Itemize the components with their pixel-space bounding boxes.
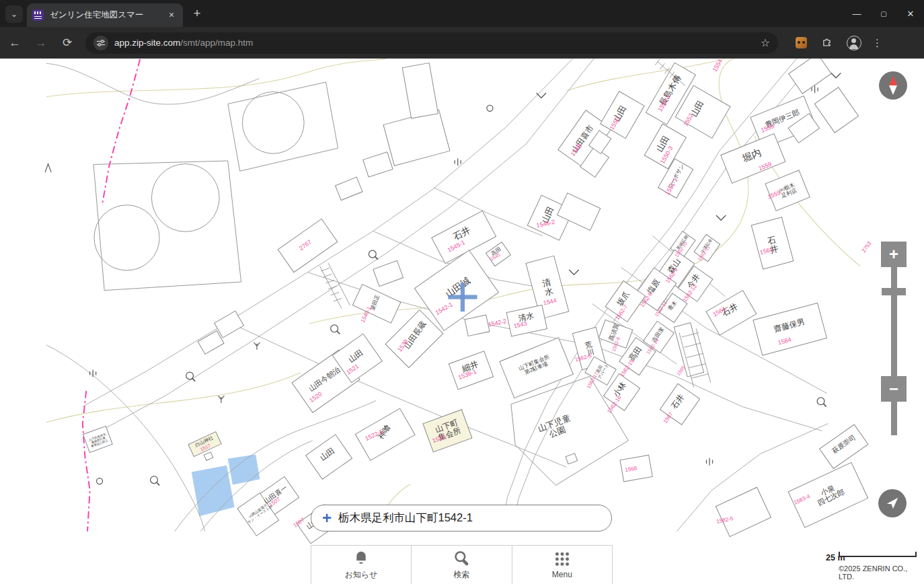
road-line: [46, 63, 260, 104]
tank-circle: [94, 205, 159, 270]
zoom-slider-handle[interactable]: [882, 288, 906, 295]
well-symbol-tail: [192, 378, 195, 381]
nav-item-search[interactable]: 検索: [412, 546, 512, 584]
map-copyright: ©2025 ZENRIN CO., LTD.: [839, 564, 924, 581]
new-tab-button[interactable]: +: [190, 7, 204, 22]
parcel-number-label: 1554: [711, 59, 724, 73]
contour-line: [567, 59, 724, 91]
nav-label-menu: Menu: [552, 570, 572, 579]
grass-symbol: [254, 342, 260, 350]
well-symbol-tail: [157, 482, 159, 485]
parcel-number-label: 1542-2: [488, 318, 507, 328]
chevron-symbol: [569, 270, 578, 275]
tab-strip: ⌄ ゼンリン住宅地図スマー × + — ▢ ✕: [0, 0, 924, 27]
bell-icon: [352, 550, 370, 567]
building: [336, 177, 362, 200]
building: [789, 59, 831, 94]
back-button[interactable]: ←: [3, 32, 26, 54]
chevron-symbol: [716, 215, 726, 220]
nav-label-notifications: お知らせ: [345, 569, 378, 581]
nav-item-notifications[interactable]: お知らせ: [311, 546, 412, 584]
map-center-marker: [461, 283, 465, 312]
building: [383, 110, 450, 166]
plus-icon: +: [322, 511, 332, 525]
site-info-icon[interactable]: [93, 36, 108, 50]
nav-item-menu[interactable]: Menu: [512, 546, 613, 584]
zoom-out-button[interactable]: −: [881, 376, 907, 402]
building: [363, 152, 393, 177]
search-icon: [453, 550, 470, 567]
url-text: app.zip-site.com/smt/app/map.htm: [114, 38, 253, 48]
admin-boundary-line: [102, 59, 141, 206]
menu-kebab-icon[interactable]: ⋮: [872, 37, 882, 49]
building: [204, 452, 213, 461]
zenrin-favicon-icon: [32, 9, 44, 21]
tank-circle: [151, 164, 219, 232]
address-bar[interactable]: app.zip-site.com/smt/app/map.htm ☆: [85, 32, 778, 54]
peak-symbol: [45, 164, 51, 173]
my-location-button[interactable]: [878, 489, 907, 517]
window-close-button[interactable]: ✕: [897, 0, 924, 27]
well-symbol-tail: [375, 256, 377, 259]
chevron-symbol: [831, 73, 841, 78]
chevron-symbol: [537, 93, 546, 98]
browser-chrome: ⌄ ゼンリン住宅地図スマー × + — ▢ ✕ ← → ⟳ app.zip-si…: [0, 0, 924, 59]
circle-symbol: [97, 478, 103, 484]
hatch-detail: [320, 263, 350, 308]
bottom-navigation: お知らせ 検索 Menu: [311, 545, 613, 584]
compass-north-needle: [889, 76, 897, 85]
circle-symbol: [487, 105, 493, 111]
tank-circle: [242, 92, 304, 153]
search-query-text: 栃木県足利市山下町1542-1: [338, 511, 473, 525]
grid-menu-icon: [553, 550, 571, 568]
building: [198, 331, 224, 355]
building: [373, 260, 403, 286]
window-minimize-button[interactable]: —: [843, 0, 870, 27]
well-symbol-tail: [823, 404, 826, 406]
reload-button[interactable]: ⟳: [56, 32, 79, 54]
bookmark-star-icon[interactable]: ☆: [761, 36, 770, 49]
contour-line: [46, 59, 387, 97]
field-symbol: [707, 458, 713, 466]
map-name-label: 山下児童公園: [537, 413, 575, 442]
facility-enclosure: [228, 82, 338, 171]
tab-search-button[interactable]: ⌄: [5, 5, 23, 23]
window-maximize-button[interactable]: ▢: [870, 0, 897, 27]
compass-south-needle: [889, 85, 897, 95]
well-symbol-tail: [337, 331, 340, 334]
browser-tab[interactable]: ゼンリン住宅地図スマー ×: [27, 3, 183, 27]
building: [716, 487, 771, 536]
building: [402, 63, 438, 118]
admin-boundary-line: [83, 391, 90, 532]
address-search-bar[interactable]: + 栃木県足利市山下町1542-1: [311, 505, 612, 532]
scale-bar: [839, 552, 917, 557]
location-arrow-icon: [887, 498, 898, 509]
building: [566, 453, 578, 464]
building: [465, 315, 490, 336]
parcel-number-label: 2753: [861, 240, 873, 254]
road-line: [46, 345, 205, 532]
facility-enclosure: [93, 161, 241, 291]
contour-line: [46, 373, 301, 423]
extension-tampermonkey-icon[interactable]: [796, 37, 807, 48]
grass-symbol: [218, 396, 224, 403]
building: [814, 87, 858, 133]
tab-close-icon[interactable]: ×: [165, 9, 178, 22]
browser-toolbar: ← → ⟳ app.zip-site.com/smt/app/map.htm ☆…: [0, 27, 924, 59]
profile-avatar-icon[interactable]: [847, 36, 861, 50]
forward-button[interactable]: →: [30, 32, 52, 54]
tab-title: ゼンリン住宅地図スマー: [50, 9, 143, 21]
extensions-puzzle-icon[interactable]: [822, 36, 833, 50]
compass-button[interactable]: [879, 71, 907, 100]
nav-label-search: 検索: [453, 569, 469, 581]
zoom-in-button[interactable]: +: [881, 242, 907, 267]
field-symbol: [455, 158, 461, 166]
